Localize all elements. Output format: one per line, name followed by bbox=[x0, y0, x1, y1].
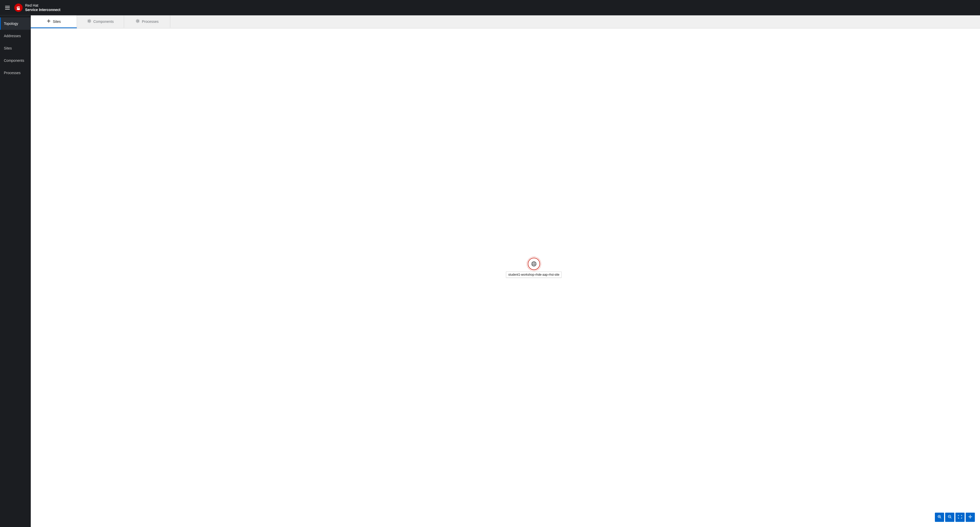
node-circle bbox=[528, 258, 540, 270]
tab-sites-label: Sites bbox=[53, 19, 61, 24]
sidebar-item-addresses[interactable]: Addresses bbox=[0, 30, 31, 42]
tab-sites[interactable]: Sites bbox=[31, 15, 77, 28]
svg-point-11 bbox=[970, 516, 970, 517]
svg-point-7 bbox=[533, 261, 535, 266]
svg-point-3 bbox=[49, 21, 50, 21]
node-label: student1-workshop-rhde-aap-rhsi-site bbox=[506, 272, 562, 278]
topology-canvas[interactable]: student1-workshop-rhde-aap-rhsi-site bbox=[31, 29, 980, 527]
main-layout: Topology Addresses Sites Components Proc… bbox=[0, 15, 980, 527]
svg-point-5 bbox=[137, 20, 138, 22]
sidebar-item-sites[interactable]: Sites bbox=[0, 42, 31, 54]
sites-tab-icon bbox=[47, 19, 51, 24]
sidebar-item-components[interactable]: Components bbox=[0, 54, 31, 67]
tab-components-label: Components bbox=[93, 19, 114, 24]
svg-point-4 bbox=[89, 20, 90, 22]
tab-processes[interactable]: Processes bbox=[124, 15, 170, 28]
svg-point-0 bbox=[14, 3, 22, 11]
globe-icon bbox=[531, 261, 537, 267]
topology-node[interactable]: student1-workshop-rhde-aap-rhsi-site bbox=[506, 258, 562, 278]
hamburger-button[interactable] bbox=[4, 5, 11, 11]
sidebar: Topology Addresses Sites Components Proc… bbox=[0, 15, 31, 527]
controls bbox=[935, 513, 975, 522]
locate-icon bbox=[968, 515, 972, 520]
fit-view-icon bbox=[958, 515, 962, 520]
zoom-in-button[interactable] bbox=[935, 513, 944, 522]
redhat-logo-icon bbox=[14, 3, 23, 12]
components-tab-icon bbox=[87, 19, 91, 24]
zoom-out-icon bbox=[948, 515, 952, 520]
header-brand-top: Red Hat bbox=[25, 3, 60, 8]
processes-tab-icon bbox=[136, 19, 140, 24]
tab-components[interactable]: Components bbox=[77, 15, 124, 28]
tabs-bar: Sites Components bbox=[31, 15, 980, 29]
zoom-out-button[interactable] bbox=[945, 513, 955, 522]
header: Red Hat Service Interconnect bbox=[0, 0, 980, 15]
sidebar-item-processes[interactable]: Processes bbox=[0, 67, 31, 79]
sidebar-item-topology[interactable]: Topology bbox=[0, 18, 31, 30]
svg-point-2 bbox=[48, 21, 48, 21]
header-brand-bottom: Service Interconnect bbox=[25, 8, 60, 12]
tab-processes-label: Processes bbox=[142, 19, 159, 24]
zoom-in-icon bbox=[937, 515, 942, 520]
svg-point-6 bbox=[531, 261, 536, 266]
header-logo: Red Hat Service Interconnect bbox=[14, 3, 60, 12]
locate-button[interactable] bbox=[966, 513, 975, 522]
content-area: Sites Components bbox=[31, 15, 980, 527]
fit-view-button[interactable] bbox=[955, 513, 965, 522]
header-title: Red Hat Service Interconnect bbox=[25, 3, 60, 12]
svg-point-1 bbox=[48, 21, 49, 22]
